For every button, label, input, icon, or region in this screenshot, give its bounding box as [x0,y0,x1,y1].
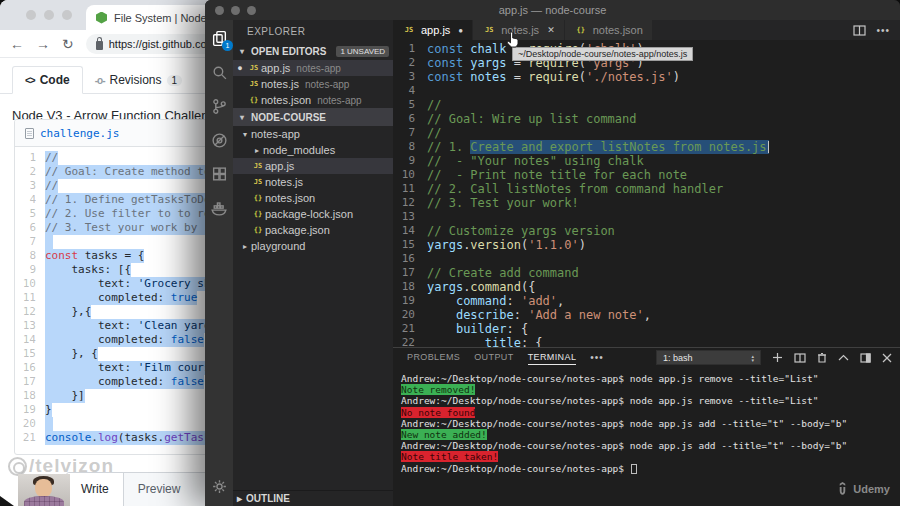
outline-label: OUTLINE [246,493,290,504]
terminal[interactable]: Andrew:~/Desktop/node-course/notes-app$ … [393,367,900,506]
json-file-icon: {} [251,226,265,234]
tree-item-package-lock.json[interactable]: {}package-lock.json [233,206,393,222]
tree-item-playground[interactable]: ▸playground [233,238,393,254]
file-name: package-lock.json [265,208,353,220]
tree-item-package.json[interactable]: {}package.json [233,222,393,238]
close-window-button[interactable] [215,6,224,15]
modified-dot-icon: ● [233,63,247,73]
minimize-window-button[interactable] [231,6,240,15]
kill-terminal-icon[interactable] [817,352,827,363]
revisions-icon: -o- [95,75,105,86]
maximize-panel-icon[interactable] [838,354,849,362]
open-editor-item-app.js[interactable]: ●JSapp.jsnotes-app [233,60,393,76]
panel-more-icon[interactable]: ••• [590,352,604,363]
terminal-shell-select[interactable]: 1: bash ▴▾ [656,350,761,365]
tree-item-notes.js[interactable]: JSnotes.js [233,174,393,190]
tab-code[interactable]: <> Code [12,66,83,94]
reload-icon[interactable]: ↻ [62,37,74,51]
tab-revisions-label: Revisions [109,73,161,87]
debug-icon[interactable] [209,130,229,150]
tab-preview[interactable]: Preview [124,473,195,506]
tree-item-notes.json[interactable]: {}notes.json [233,190,393,206]
split-terminal-icon[interactable] [794,353,806,363]
url-text: https://gist.github.co [109,38,207,50]
revisions-count-badge: 1 [167,75,183,86]
code-line: 14// Customize yargs version [393,224,900,238]
tree-item-app.js[interactable]: JSapp.js [233,158,393,174]
tree-item-notes-app[interactable]: ▾notes-app [233,126,393,142]
open-editor-item-notes.json[interactable]: {}notes.jsonnotes-app [233,92,393,108]
lock-icon [96,41,103,50]
browser-traffic-lights[interactable] [26,10,72,20]
file-detail: notes-app [317,95,361,106]
source-control-icon[interactable] [209,96,229,116]
tree-item-node_modules[interactable]: ▸node_modules [233,142,393,158]
json-file-icon: {} [247,96,261,104]
panel-tabs: PROBLEMSOUTPUTTERMINAL [407,350,576,365]
split-editor-icon[interactable] [853,25,866,36]
webcam-overlay [18,474,70,506]
json-file-icon: {} [251,210,265,218]
search-icon[interactable] [209,62,229,82]
editor-actions: ••• [853,20,900,40]
back-icon[interactable]: ← [10,37,24,51]
toggle-panel-icon[interactable] [860,353,871,363]
close-tab-icon[interactable]: ✕ [547,25,555,35]
zoom-window-button[interactable] [247,6,256,15]
window-title: app.js — node-course [499,4,607,16]
js-file-icon: JS [482,26,496,34]
extensions-icon[interactable] [209,164,229,184]
editor-tab-label: notes.json [593,24,643,36]
terminal-line: Note title taken! [401,451,900,462]
udemy-mark-icon [836,482,849,495]
panel-tab-output[interactable]: OUTPUT [474,350,513,365]
terminal-lines: Andrew:~/Desktop/node-course/notes-app$ … [401,373,900,474]
panel-tab-terminal[interactable]: TERMINAL [528,350,577,365]
panel-tab-problems[interactable]: PROBLEMS [407,350,460,365]
terminal-line: Andrew:~/Desktop/node-course/notes-app$ [401,463,900,474]
editor-tabs: JSapp.js●JSnotes.js✕{}notes.json [393,20,653,40]
open-editors-header[interactable]: ▾ OPEN EDITORS 1 UNSAVED [233,42,393,60]
file-detail: notes-app [296,63,340,74]
file-detail: notes-app [305,79,349,90]
tab-revisions[interactable]: -o- Revisions 1 [83,67,194,93]
new-terminal-icon[interactable] [772,352,783,363]
zoom-window-button[interactable] [62,10,72,20]
workspace-folder-header[interactable]: ▾ NODE-COURSE [233,108,393,126]
file-tree: ▾notes-app▸node_modulesJSapp.jsJSnotes.j… [233,126,393,254]
code-editor[interactable]: 1const chalk = require('chalk')2const ya… [393,40,900,347]
editor-tab-app.js[interactable]: JSapp.js● [393,20,473,40]
close-window-button[interactable] [26,10,36,20]
docker-icon[interactable] [209,198,229,218]
screen: File System | Node.js v11.0.0 | ← → ↻ ht… [0,0,900,506]
settings-gear-icon[interactable] [209,476,229,496]
js-file-icon: JS [251,178,265,186]
explorer-icon[interactable]: 1 [209,28,229,48]
forward-icon[interactable]: → [36,37,50,51]
vscode-titlebar[interactable]: app.js — node-course [205,0,900,20]
minimize-window-button[interactable] [44,10,54,20]
tab-code-label: Code [40,73,70,87]
gist-filename-link[interactable]: challenge.js [40,127,119,140]
json-file-icon: {} [251,194,265,202]
activity-bar: 1 [205,20,233,506]
terminal-line: Andrew:~/Desktop/node-course/notes-app$ … [401,440,900,451]
panel-controls: 1: bash ▴▾ [656,350,892,365]
code-icon: <> [25,75,35,86]
editor-tab-notes.json[interactable]: {}notes.json [565,20,653,40]
more-actions-icon[interactable]: ••• [876,25,890,36]
file-name: notes-app [251,128,300,140]
panel-header: PROBLEMSOUTPUTTERMINAL ••• 1: bash ▴▾ [393,348,900,367]
editor-tab-label: app.js [421,24,450,36]
panel: PROBLEMSOUTPUTTERMINAL ••• 1: bash ▴▾ [393,347,900,506]
close-panel-icon[interactable] [882,353,892,363]
file-name: app.js [261,62,290,74]
code-line: 11// 2. Call listNotes from command hand… [393,182,900,196]
code-line: 20 describe: 'Add a new note', [393,308,900,322]
open-editors-list: ●JSapp.jsnotes-appJSnotes.jsnotes-app{}n… [233,60,393,108]
open-editors-label: OPEN EDITORS [251,46,326,57]
outline-section[interactable]: ▸ OUTLINE [233,490,393,506]
vscode-traffic-lights[interactable] [215,6,256,15]
tab-write[interactable]: Write [67,473,124,506]
open-editor-item-notes.js[interactable]: JSnotes.jsnotes-app [233,76,393,92]
